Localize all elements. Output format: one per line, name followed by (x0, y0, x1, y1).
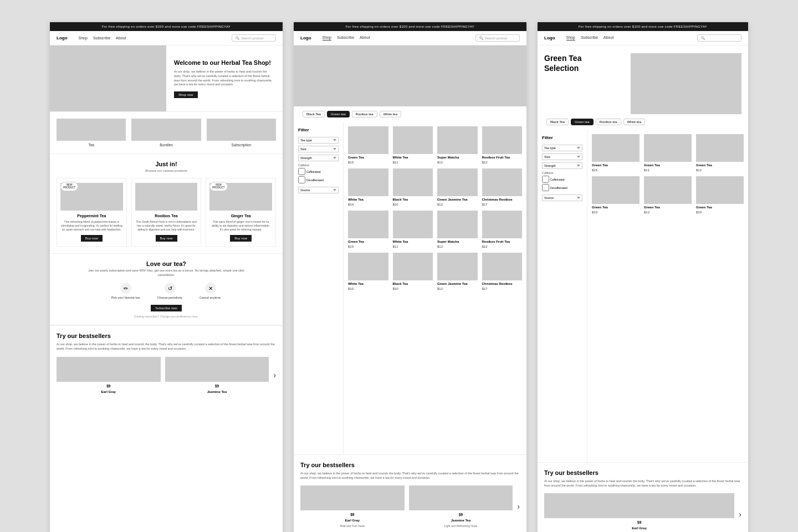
gt-img-0 (592, 134, 640, 162)
nav-shop-3[interactable]: Shop (566, 35, 575, 40)
gt-strength[interactable]: Strength (542, 162, 582, 169)
strength-select[interactable]: Strength (298, 155, 339, 161)
product-0[interactable]: Green Tea $15 (348, 126, 388, 164)
gt-name-1: Green Tea (644, 163, 692, 167)
product-price-13: $10 (393, 287, 433, 290)
peppermint-buy-button[interactable]: Buy now (81, 235, 103, 242)
product-name-0: Green Tea (348, 156, 388, 159)
gt-filter-black[interactable]: Black Tea (546, 119, 569, 125)
caffeinated-option[interactable]: Caffeinated (298, 168, 339, 175)
shop-next-arrow[interactable]: › (517, 502, 520, 511)
gt-decaffeinated-label: Decaffeinated (550, 186, 567, 190)
gt-price-2: $12 (696, 168, 744, 172)
shop-jasmine-flavor: Light and Refreshing Taste (444, 524, 477, 528)
just-in-subtitle: Browse our newest products (57, 169, 276, 172)
shop-bs-row: $9 Earl Gray Bold and Fruit Taste $9 Jas… (300, 485, 520, 528)
subscription-image (207, 119, 276, 141)
gt-product-2[interactable]: Green Tea $12 (696, 134, 744, 172)
product-name-2: Super Matcha (437, 156, 478, 159)
product-8[interactable]: Green Tea $15 (348, 211, 388, 248)
rooibos-buy-button[interactable]: Buy now (156, 235, 177, 242)
gt-product-5[interactable]: Green Tea $10 (696, 176, 744, 214)
product-15[interactable]: Christmas Rooibos $17 (482, 253, 523, 290)
nav-subscribe-3[interactable]: Subscribe (581, 35, 598, 40)
gt-next-arrow[interactable]: › (739, 510, 741, 519)
product-11[interactable]: Rooibos Fruit Tea $12 (482, 211, 523, 248)
gt-decaffeinated-checkbox[interactable] (542, 184, 549, 191)
filter-tabs-container: Black Tea Green tea Rooibos tea White te… (294, 106, 526, 122)
new-badge: NEWPRODUCT (60, 182, 78, 191)
hero-image (50, 45, 166, 111)
green-tea-hero-image (631, 53, 741, 114)
gt-caffeinated[interactable]: Caffeinated (542, 176, 582, 183)
nav-shop[interactable]: Shop (79, 36, 88, 40)
gt-filter-title: Filter (542, 135, 582, 140)
caffeinated-checkbox[interactable] (298, 168, 305, 175)
nav-subscribe-2[interactable]: Subscribe (337, 35, 354, 40)
gt-name-5: Green Tea (696, 206, 744, 209)
ginger-buy-button[interactable]: Buy now (230, 235, 252, 242)
gt-source[interactable]: Source (542, 195, 582, 201)
product-6[interactable]: Green Jasmine Tea $12 (437, 168, 478, 206)
gt-decaffeinated[interactable]: Decaffeinated (542, 184, 582, 191)
promo-banner-3: For free shipping on orders over $100 an… (538, 22, 748, 31)
gt-caffeine-label: Caffeine (542, 171, 582, 175)
gt-caffeinated-checkbox[interactable] (542, 176, 549, 183)
step-cancel: ✕ Cancel anytime. (200, 283, 221, 299)
product-img-12 (348, 253, 388, 280)
size-select[interactable]: Size (298, 146, 339, 152)
gt-product-3[interactable]: Green Tea $10 (592, 176, 640, 214)
gt-img-5 (696, 176, 744, 204)
search-bar-2[interactable]: 🔍 Search product (475, 34, 520, 42)
search-bar-3[interactable]: 🔍 (697, 34, 741, 42)
search-bar[interactable]: 🔍 Search product (232, 34, 276, 42)
rooibos-desc: This South African herb is rich in antio… (135, 220, 198, 232)
product-img-0 (348, 126, 388, 154)
filter-green-tea[interactable]: Green tea (327, 111, 350, 117)
product-5[interactable]: Black Tea $10 (393, 168, 433, 206)
nav-about-3[interactable]: About (603, 35, 613, 40)
next-arrow[interactable]: › (273, 371, 276, 380)
product-1[interactable]: White Tea $11 (393, 126, 433, 164)
gt-filter-green[interactable]: Green tea (571, 119, 594, 125)
hero-cta-button[interactable]: Shop now (174, 91, 198, 98)
tea-type-select[interactable]: Tea type (298, 137, 339, 144)
gt-filter-sidebar: Filter Tea type Size Strength Caffeine C… (538, 130, 587, 462)
nav-about[interactable]: About (116, 36, 126, 40)
product-4[interactable]: White Tea $10 (348, 168, 388, 206)
gt-product-4[interactable]: Green Tea $12 (644, 176, 692, 214)
category-subscription[interactable]: Subscription (207, 119, 276, 147)
decaffeinated-option[interactable]: Decaffeinated (298, 176, 339, 183)
rooibos-name: Rooibos Tea (155, 214, 177, 218)
product-13[interactable]: Black Tea $10 (393, 253, 433, 290)
gt-filter-rooibos[interactable]: Rooibos tea (596, 119, 621, 125)
product-10[interactable]: Super Matcha $12 (437, 211, 478, 248)
nav-about-2[interactable]: About (360, 35, 370, 40)
gt-tea-type[interactable]: Tea type (542, 145, 582, 151)
gt-size[interactable]: Size (542, 154, 582, 160)
decaffeinated-checkbox[interactable] (298, 176, 305, 183)
nav-shop-2[interactable]: Shop (323, 35, 331, 40)
filter-black-tea[interactable]: Black Tea (303, 111, 325, 117)
category-tea[interactable]: Tea (57, 119, 126, 147)
product-img-6 (437, 168, 478, 196)
product-9[interactable]: White Tea $11 (393, 211, 433, 248)
product-7[interactable]: Christmas Rooibos $17 (482, 168, 523, 206)
gt-product-0[interactable]: Green Tea $15 (592, 134, 640, 172)
product-2[interactable]: Super Matcha $12 (437, 126, 478, 164)
filter-white-tea[interactable]: White tea (380, 111, 401, 117)
gt-product-1[interactable]: Green Tea $11 (644, 134, 692, 172)
nav-subscribe[interactable]: Subscribe (93, 36, 110, 40)
product-14[interactable]: Green Jasmine Tea $12 (437, 253, 478, 290)
product-3[interactable]: Rooibos Fruit Tea $12 (482, 126, 523, 164)
subscribe-button[interactable]: Subscribe now (151, 305, 181, 311)
category-bundles[interactable]: Bundles (131, 119, 201, 147)
subscription-description: Join our yearly subscription and save 40… (83, 269, 249, 277)
gt-filter-white[interactable]: White tea (623, 119, 645, 125)
nav-links-2: Shop Subscribe About (323, 35, 469, 40)
source-select[interactable]: Source (298, 187, 339, 193)
product-price-7: $17 (482, 203, 523, 206)
product-12[interactable]: White Tea $10 (348, 253, 388, 290)
new-products-row: NEWPRODUCT Peppermint Tea This refreshin… (57, 178, 276, 247)
filter-rooibos-tea[interactable]: Rooibos tea (352, 111, 377, 117)
